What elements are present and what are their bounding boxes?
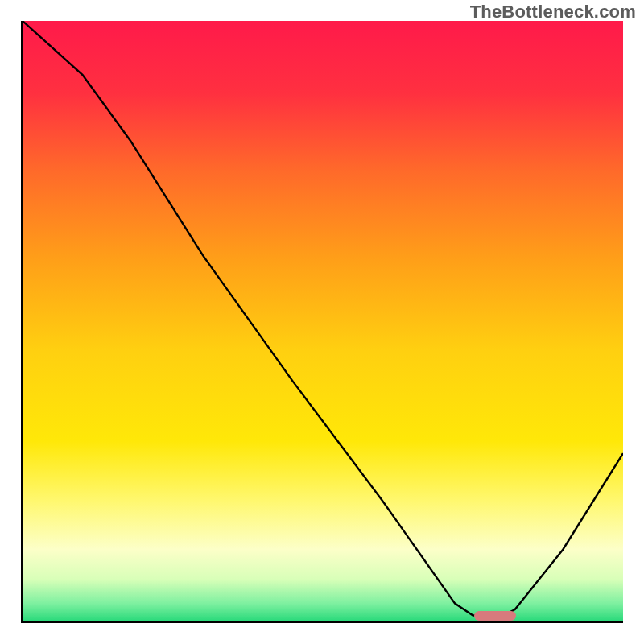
plot-area [21,21,623,623]
optimum-marker [474,611,516,621]
attribution-label: TheBottleneck.com [470,2,636,23]
curve-line [23,21,623,621]
chart-frame: TheBottleneck.com [0,0,644,644]
